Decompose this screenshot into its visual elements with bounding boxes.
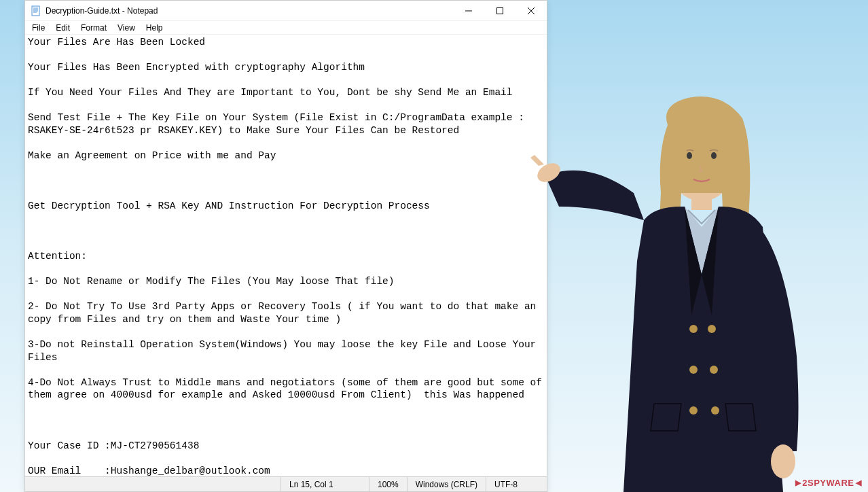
titlebar[interactable]: Decryption-Guide.txt - Notepad (25, 1, 547, 21)
svg-rect-6 (497, 8, 503, 14)
watermark: ▶ 2SPYWARE ◀ (795, 478, 861, 488)
svg-point-14 (689, 325, 698, 333)
menu-help[interactable]: Help (141, 22, 168, 34)
status-line-ending: Windows (CRLF) (407, 477, 486, 491)
status-zoom: 100% (369, 477, 407, 491)
menu-edit[interactable]: Edit (50, 22, 75, 34)
svg-point-18 (710, 366, 718, 374)
svg-rect-13 (691, 193, 712, 210)
watermark-right-arrow-icon: ◀ (856, 478, 862, 487)
svg-point-17 (708, 325, 716, 333)
menubar: File Edit Format View Help (25, 21, 547, 35)
maximize-button[interactable] (484, 1, 516, 21)
person-illustration (518, 71, 844, 492)
svg-point-15 (689, 366, 698, 374)
text-editor[interactable]: Your Files Are Has Been Locked Your File… (25, 35, 547, 476)
close-button[interactable] (516, 1, 547, 21)
watermark-left-arrow-icon: ▶ (795, 478, 801, 487)
menu-file[interactable]: File (26, 22, 50, 34)
notepad-window: Decryption-Guide.txt - Notepad File Edit… (24, 0, 547, 492)
svg-point-16 (689, 406, 698, 415)
watermark-text: 2SPYWARE (802, 478, 854, 488)
notepad-icon (31, 5, 41, 16)
svg-point-19 (711, 406, 719, 415)
status-cursor-position: Ln 15, Col 1 (281, 477, 369, 491)
svg-point-20 (771, 444, 795, 478)
svg-point-12 (711, 152, 717, 159)
svg-point-11 (687, 152, 692, 159)
minimize-button[interactable] (453, 1, 484, 21)
menu-view[interactable]: View (112, 22, 141, 34)
menu-format[interactable]: Format (75, 22, 112, 34)
window-title: Decryption-Guide.txt - Notepad (46, 6, 453, 16)
statusbar: Ln 15, Col 1 100% Windows (CRLF) UTF-8 (25, 476, 547, 491)
window-controls (453, 1, 547, 20)
